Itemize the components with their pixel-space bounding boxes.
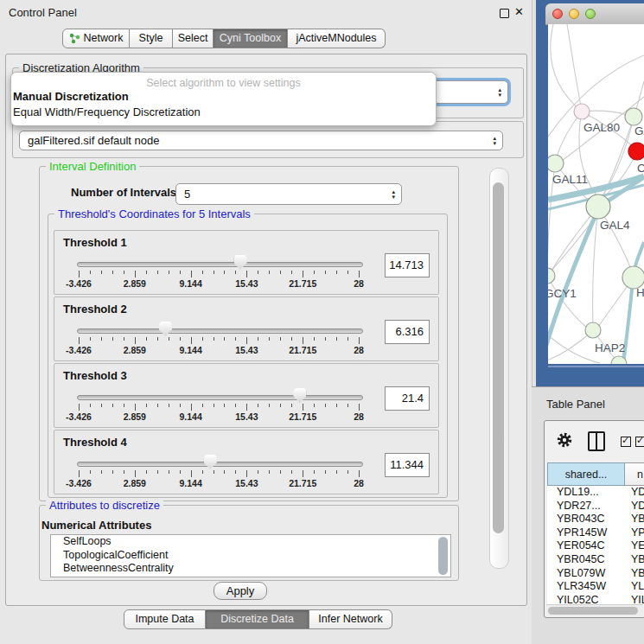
tick-mark [336,470,337,474]
tab-style[interactable]: Style [130,29,173,48]
table-rows[interactable]: YDL19...YDL1YDR27...YDR2YBR043CYBR0YPR14… [547,486,644,604]
slider-track[interactable] [77,262,363,267]
tick-mark [224,470,225,474]
table-row[interactable]: YLR345WYLR3 [547,580,644,594]
checkbox-checked-icon[interactable] [635,437,644,447]
split-columns-icon[interactable] [588,431,605,451]
threshold-value-field[interactable]: 11.344 [385,453,430,477]
attribute-item-selfloops[interactable]: SelfLoops [51,535,450,549]
settings-scrollbar[interactable] [489,168,509,569]
close-traffic-light-icon[interactable] [552,9,563,19]
tick-mark [79,404,80,411]
cell-name[interactable]: YER0 [625,539,644,553]
cell-shared-name[interactable]: YPR145W [547,526,625,540]
tab-network[interactable]: Network [62,29,130,48]
slider-thumb[interactable] [293,388,306,403]
network-node-gal80[interactable] [574,104,590,119]
gear-icon[interactable] [556,431,573,449]
cell-shared-name[interactable]: YDL19... [547,486,625,500]
tick-mark [112,337,113,341]
cell-shared-name[interactable]: YLR345W [547,580,625,594]
column-header-name[interactable]: n [625,462,644,486]
cell-name[interactable]: YLR3 [625,580,644,594]
table-row[interactable]: YBR045CYBR0 [547,553,644,567]
cell-name[interactable]: YDL1 [625,486,644,500]
table-data-select[interactable]: galFiltered.sif default node ▴▾ [19,131,503,150]
slider-thumb[interactable] [159,322,172,336]
network-node-gal11[interactable] [548,155,564,172]
tick-mark [90,271,91,274]
threshold-value-field[interactable]: 21.4 [385,386,430,411]
apply-button[interactable]: Apply [214,582,267,600]
threshold-value-field[interactable]: 14.713 [385,253,430,277]
scrollbar-thumb[interactable] [548,607,638,615]
cell-name[interactable]: YBR0 [625,553,644,567]
list-scrollbar[interactable] [438,537,448,575]
cell-name[interactable]: YBR0 [625,513,644,526]
tick-mark [314,271,315,274]
table-row[interactable]: YER054CYER0 [547,539,644,553]
cell-shared-name[interactable]: YIL052C [547,594,625,604]
scrollbar-thumb[interactable] [493,182,504,533]
tick-mark [303,337,303,344]
tab-impute-data[interactable]: Impute Data [124,609,206,629]
attribute-item-betweennesscentrality[interactable]: BetweennessCentrality [51,562,450,576]
tick-mark [314,337,315,341]
tick-mark [359,404,360,411]
slider-track[interactable] [77,462,363,467]
tab-discretize-data[interactable]: Discretize Data [206,609,309,629]
attribute-item-topologicalcoefficient[interactable]: TopologicalCoefficient [51,549,450,563]
horizontal-scrollbar[interactable] [546,604,643,616]
num-intervals-select[interactable]: 5 ▴▾ [175,183,402,205]
close-icon[interactable]: ✕ [514,5,524,18]
table-row[interactable]: YBL079WYBL0 [547,567,644,581]
slider-thumb[interactable] [204,455,217,469]
tick-mark [325,271,326,274]
column-header-shared-name[interactable]: shared... [547,462,625,486]
slider-thumb[interactable] [234,255,247,270]
network-node-gcy1[interactable] [548,268,555,284]
tab-infer-network[interactable]: Infer Network [309,609,392,629]
zoom-traffic-light-icon[interactable] [585,9,596,19]
cell-name[interactable]: YBL0 [625,567,644,581]
network-canvas[interactable]: GAL80GACGAL11GAL4GCY1HHAP2 [548,24,644,364]
algorithm-option-equal-width-frequency-discretization[interactable]: Equal Width/Frequency Discretization [11,105,436,120]
network-window-titlebar[interactable] [545,3,644,25]
cell-name[interactable]: YPR1 [625,526,644,540]
tab-select[interactable]: Select [173,29,214,48]
network-node-hap2[interactable] [585,322,601,338]
tick-label: 2.859 [107,478,163,488]
tab-jactivemnodules[interactable]: jActiveMNodules [288,29,386,48]
checkbox-checked-icon[interactable] [621,437,631,447]
tick-mark [79,271,80,277]
network-node-ga[interactable] [625,108,642,125]
cell-shared-name[interactable]: YBR045C [547,553,625,567]
table-row[interactable]: YBR043CYBR0 [547,513,644,526]
cell-shared-name[interactable]: YBR043C [547,513,625,526]
minimize-traffic-light-icon[interactable] [569,9,579,19]
table-panel-title: Table Panel [546,398,605,411]
threshold-value-field[interactable]: 6.316 [385,320,430,344]
cell-shared-name[interactable]: YDR27... [547,500,625,513]
algorithm-option-manual-discretization[interactable]: Manual Discretization [11,89,436,105]
float-window-icon[interactable] [500,9,509,18]
table-row[interactable]: YDL19...YDL1 [547,486,644,500]
cell-name[interactable]: YDR2 [625,500,644,513]
slider-track[interactable] [77,395,363,400]
tick-mark [214,271,214,274]
cell-shared-name[interactable]: YBL079W [547,567,625,581]
tick-mark [169,337,169,341]
cell-shared-name[interactable]: YER054C [547,539,625,553]
table-row[interactable]: YDR27...YDR2 [547,500,644,513]
attributes-list[interactable]: SelfLoopsTopologicalCoefficientBetweenne… [50,534,451,577]
tab-cyni-toolbox[interactable]: Cyni Toolbox [214,29,288,48]
network-node-c[interactable] [628,143,644,160]
tick-mark [79,337,80,344]
tick-label: 28 [331,345,386,355]
cell-name[interactable]: YIL0 [625,594,644,604]
network-node-gal4[interactable] [586,194,610,219]
slider-ticks: -3.4262.8599.14415.4321.71528 [54,335,438,358]
slider-track[interactable] [77,328,363,334]
table-row[interactable]: YIL052CYIL0 [547,594,644,604]
table-row[interactable]: YPR145WYPR1 [547,526,644,540]
